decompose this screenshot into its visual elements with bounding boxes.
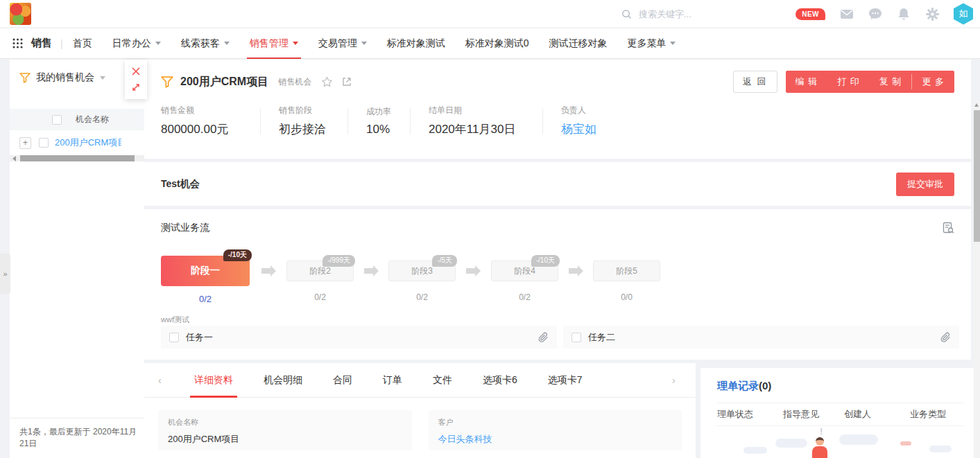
chat-icon[interactable] <box>868 7 882 21</box>
record-panel-title: 理单记录 <box>717 380 759 391</box>
stage-4-task-count: 0/2 <box>491 292 558 302</box>
gear-icon[interactable] <box>925 7 939 21</box>
stage-2-days-badge: -/999天 <box>323 255 355 267</box>
back-button[interactable]: 返 回 <box>733 71 777 93</box>
more-button[interactable]: 更 多 <box>912 71 954 93</box>
star-icon[interactable] <box>321 76 333 87</box>
list-header-row: 机会名称 <box>10 109 144 130</box>
workflow-title: 测试业务流 <box>161 222 209 234</box>
funnel-icon <box>19 73 31 83</box>
nav-item-more-menu[interactable]: 更多菜单 <box>627 28 676 59</box>
new-badge[interactable]: NEW <box>796 8 825 20</box>
close-icon[interactable] <box>131 67 141 76</box>
nav-item-trade-management[interactable]: 交易管理 <box>318 28 367 59</box>
print-button[interactable]: 打 印 <box>827 71 870 93</box>
apps-grid-icon[interactable] <box>12 38 23 49</box>
workflow-card: 测试业务流 阶段一 -/10天 阶段2 -/999天 阶段3 -/5天 阶段4 <box>144 209 971 360</box>
workflow-note: wwf测试 <box>161 315 189 325</box>
search-input[interactable] <box>639 9 764 19</box>
field-owner: 负责人 杨宝如 <box>561 105 614 137</box>
tab-contracts[interactable]: 合同 <box>329 363 356 398</box>
opportunity-link[interactable]: 200用户CRM项目 <box>55 136 121 149</box>
exclamation-icon: ! <box>820 426 823 437</box>
scroll-up-arrow[interactable] <box>974 103 979 107</box>
vertical-scrollbar[interactable] <box>974 101 980 458</box>
copy-button[interactable]: 复 制 <box>870 71 912 93</box>
tabs-scroll-right-icon[interactable]: › <box>672 375 682 386</box>
audit-log-icon[interactable] <box>943 222 954 234</box>
page-title: 200用户CRM项目 <box>180 75 268 89</box>
task-label[interactable]: 任务二 <box>588 331 615 344</box>
list-item[interactable]: + 200用户CRM项目 <box>10 130 144 155</box>
stage-4[interactable]: 阶段4 -/10天 <box>491 261 558 281</box>
share-icon[interactable] <box>341 76 352 87</box>
user-avatar[interactable]: 如 <box>954 3 973 25</box>
stage-4-days-badge: -/10天 <box>531 255 560 267</box>
scroll-left-arrow[interactable] <box>12 156 16 161</box>
chevron-down-icon[interactable] <box>100 76 105 80</box>
stage-3[interactable]: 阶段3 -/5天 <box>388 261 456 281</box>
record-panel: 理单记录(0) 理单状态 指导意见 创建人 业务类型 ! <box>700 368 980 458</box>
tab-option7[interactable]: 选项卡7 <box>544 363 587 398</box>
nav-item-migration-test[interactable]: 测试迁移对象 <box>549 28 607 59</box>
funnel-icon <box>161 76 173 88</box>
field-customer: 客户 今日头条科技 <box>429 410 682 450</box>
task-label[interactable]: 任务一 <box>186 331 213 344</box>
owner-link[interactable]: 杨宝如 <box>561 121 596 137</box>
nav-item-lead-acquisition[interactable]: 线索获客 <box>181 28 230 59</box>
mail-icon[interactable] <box>840 7 854 21</box>
record-count: (0) <box>759 380 771 391</box>
field-close-date: 结单日期 2020年11月30日 <box>429 105 542 137</box>
tabs-scroll-left-icon[interactable]: ‹ <box>158 375 168 386</box>
tab-option6[interactable]: 选项卡6 <box>479 363 522 398</box>
sidebar-title[interactable]: 我的销售机会 <box>36 71 94 84</box>
nav-item-home[interactable]: 首页 <box>73 28 92 59</box>
paperclip-icon[interactable] <box>538 332 549 343</box>
tab-files[interactable]: 文件 <box>429 363 456 398</box>
nav-item-standard-object-test[interactable]: 标准对象测试 <box>387 28 445 59</box>
global-search[interactable] <box>619 6 772 22</box>
horizontal-scroll-thumb[interactable] <box>20 155 135 161</box>
approval-card: Test机会 提交审批 <box>144 162 971 206</box>
list-footer-status: 共1条，最后更新于 2020年11月21日 <box>10 418 144 458</box>
stage-1[interactable]: 阶段一 -/10天 <box>161 256 250 286</box>
nav-item-standard-object-test0[interactable]: 标准对象测试0 <box>465 28 529 59</box>
panel-popup-toolbar <box>125 60 147 99</box>
sidebar-collapse-handle[interactable]: » <box>0 254 10 294</box>
select-all-checkbox[interactable] <box>52 115 62 125</box>
task-row-1: 任务一 <box>161 326 557 349</box>
sidebar-header: 我的销售机会 <box>10 60 144 94</box>
paperclip-icon[interactable] <box>940 332 951 343</box>
expand-diagonal-icon[interactable] <box>131 82 141 92</box>
chevron-down-icon <box>670 42 676 45</box>
approval-title: Test机会 <box>161 178 200 191</box>
nav-item-daily-office[interactable]: 日常办公 <box>112 28 161 59</box>
row-checkbox[interactable] <box>39 138 49 148</box>
main-nav: 销售 | 首页 日常办公 线索获客 销售管理 交易管理 标准对象测试 标准对象测… <box>0 28 980 59</box>
key-fields-row: 销售金额 800000.00元 销售阶段 初步接洽 成功率 10% 结单日期 2… <box>144 93 971 137</box>
stage-5-task-count: 0/0 <box>593 292 660 302</box>
task-checkbox[interactable] <box>571 333 581 342</box>
top-bar: NEW 如 <box>0 0 980 28</box>
chevron-down-icon <box>224 42 230 45</box>
horizontal-scrollbar[interactable] <box>10 155 144 161</box>
detail-tabs-card: ‹ 详细资料 机会明细 合同 订单 文件 选项卡6 选项卡7 › 机会名称 20… <box>144 363 696 458</box>
tab-opportunity-lines[interactable]: 机会明细 <box>259 363 307 398</box>
edit-button[interactable]: 编 辑 <box>786 71 828 93</box>
vertical-scroll-thumb[interactable] <box>974 110 980 242</box>
task-checkbox[interactable] <box>169 333 179 342</box>
bell-icon[interactable] <box>897 7 911 21</box>
nav-item-sales-management[interactable]: 销售管理 <box>250 28 298 59</box>
customer-link[interactable]: 今日头条科技 <box>438 433 673 446</box>
tab-detail-info[interactable]: 详细资料 <box>190 363 237 398</box>
empty-person-figure <box>816 437 824 446</box>
stage-2-task-count: 0/2 <box>286 292 354 302</box>
field-opportunity-name: 机会名称 200用户CRM项目 <box>158 410 412 450</box>
stage-5[interactable]: 阶段5 <box>593 261 660 281</box>
app-logo[interactable] <box>10 3 31 25</box>
stage-2[interactable]: 阶段2 -/999天 <box>286 261 354 281</box>
chevron-down-icon <box>293 42 298 45</box>
expand-row-button[interactable]: + <box>19 137 31 149</box>
submit-approval-button[interactable]: 提交审批 <box>896 173 954 196</box>
tab-orders[interactable]: 订单 <box>379 363 406 398</box>
